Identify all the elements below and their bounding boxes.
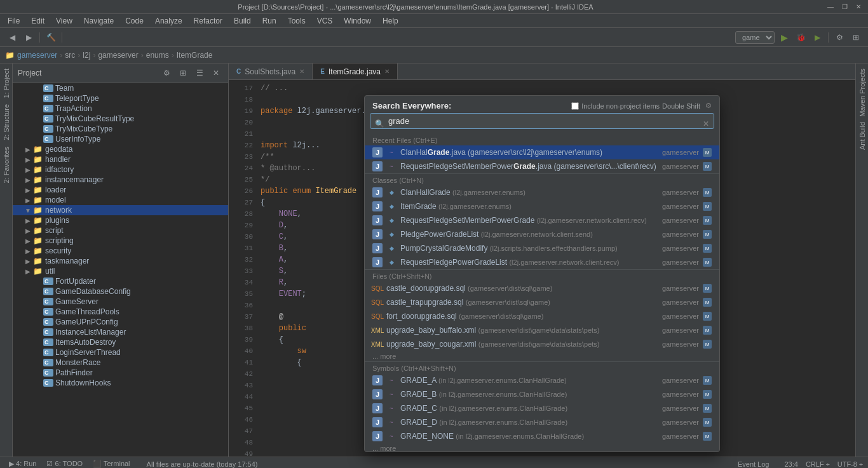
tab-soulshots-close[interactable]: ✕ xyxy=(299,68,304,75)
file-result-item[interactable]: SQL castle_trapupgrade.sql (gameserver\d… xyxy=(365,295,719,309)
symbol-result-item[interactable]: J ~ GRADE_A (in l2j.gameserver.enums.Cla… xyxy=(365,373,719,387)
menu-item-edit[interactable]: Edit xyxy=(26,15,50,27)
panel-structure[interactable]: 2: Structure xyxy=(1,102,11,143)
tab-itemgrade-close[interactable]: ✕ xyxy=(384,68,390,75)
breadcrumb-enums[interactable]: enums xyxy=(146,51,169,60)
file-result-item[interactable]: SQL fort_doorupgrade.sql (gameserver\dis… xyxy=(365,309,719,323)
sidebar-gear-button[interactable]: ☰ xyxy=(193,66,207,80)
tree-item[interactable]: C PathFinder xyxy=(13,368,228,378)
build-button[interactable]: 🔨 xyxy=(44,30,58,44)
menu-item-vcs[interactable]: VCS xyxy=(312,15,338,27)
tree-item[interactable]: C LoginServerThread xyxy=(13,347,228,358)
terminal-tab[interactable]: ⬛ Terminal xyxy=(89,458,133,468)
tree-item[interactable]: ▶ 📁 idfactory xyxy=(13,164,228,175)
tree-item[interactable]: ▶ 📁 handler xyxy=(13,154,228,164)
menu-item-tools[interactable]: Tools xyxy=(283,15,311,27)
tree-item[interactable]: C Team xyxy=(13,83,228,93)
include-nonproject-checkbox[interactable] xyxy=(571,102,579,110)
symbol-result-item[interactable]: J ~ GRADE_C (in l2j.gameserver.enums.Cla… xyxy=(365,401,719,415)
tree-item[interactable]: ▶ 📁 security xyxy=(13,246,228,256)
run-tab[interactable]: ▶ 4: Run xyxy=(5,458,40,468)
search-clear-icon[interactable]: ✕ xyxy=(703,119,709,128)
search-settings-icon[interactable]: ⚙ xyxy=(705,102,712,110)
forward-button[interactable]: ▶ xyxy=(22,30,36,44)
charset[interactable]: UTF-8 ÷ xyxy=(837,460,863,468)
menu-item-help[interactable]: Help xyxy=(377,15,403,27)
tree-item[interactable]: C MonsterRace xyxy=(13,358,228,368)
run-config-select[interactable]: game xyxy=(735,31,775,44)
search-input[interactable] xyxy=(370,113,714,129)
recent-file-item[interactable]: J ~ ClanHalGrade.java (gameserver\src\l2… xyxy=(365,145,719,159)
panel-favorites[interactable]: 2: Favorites xyxy=(1,144,11,185)
debug-button[interactable]: 🐞 xyxy=(794,30,808,44)
menu-item-build[interactable]: Build xyxy=(229,15,256,27)
panel-project[interactable]: 1: Project xyxy=(1,66,11,100)
back-button[interactable]: ◀ xyxy=(5,30,19,44)
tab-itemgrade[interactable]: E ItemGrade.java ✕ xyxy=(313,64,398,79)
tree-item[interactable]: ▶ 📁 model xyxy=(13,195,228,205)
class-result-item[interactable]: J ◆ ItemGrade (l2j.gameserver.enums) gam… xyxy=(365,199,719,213)
sidebar-expand-button[interactable]: ⊞ xyxy=(176,66,190,80)
menu-item-view[interactable]: View xyxy=(51,15,78,27)
tree-item[interactable]: C FortUpdater xyxy=(13,276,228,286)
breadcrumb-src[interactable]: src xyxy=(65,51,75,60)
tree-item[interactable]: C GameDatabaseConfig xyxy=(13,286,228,297)
sidebar-close-button[interactable]: ✕ xyxy=(209,66,223,80)
tree-item[interactable]: C GameServer xyxy=(13,297,228,307)
tree-item[interactable]: C GameUPnPConfig xyxy=(13,317,228,327)
tree-item[interactable]: C TryMixCubeType xyxy=(13,124,228,134)
breadcrumb-l2j[interactable]: l2j xyxy=(83,51,90,60)
menu-item-window[interactable]: Window xyxy=(339,15,376,27)
line-ending[interactable]: CRLF ÷ xyxy=(806,460,830,468)
recent-file-item[interactable]: J ~ RequestPledgeSetMemberPowerGrade.jav… xyxy=(365,159,719,173)
breadcrumb-gameserver[interactable]: gameserver xyxy=(98,51,138,60)
class-result-item[interactable]: J ◆ RequestPledgePowerGradeList (l2j.gam… xyxy=(365,255,719,269)
symbol-result-item[interactable]: J ~ GRADE_NONE (in l2j.gameserver.enums.… xyxy=(365,429,719,443)
menu-item-code[interactable]: Code xyxy=(120,15,149,27)
maximize-button[interactable]: ❐ xyxy=(840,3,849,11)
tree-item[interactable]: ▶ 📁 loader xyxy=(13,185,228,195)
class-result-item[interactable]: J ◆ RequestPledgeSetMemberPowerGrade (l2… xyxy=(365,213,719,227)
file-result-item[interactable]: XML upgrade_baby_cougar.xml (gameserver\… xyxy=(365,337,719,351)
more-symbols-link[interactable]: ... more xyxy=(365,443,719,451)
maven-panel[interactable]: Maven Projects xyxy=(858,66,866,119)
more-files-link[interactable]: ... more xyxy=(365,351,719,361)
file-result-item[interactable]: XML upgrade_baby_buffalo.xml (gameserver… xyxy=(365,323,719,337)
settings-button[interactable]: ⚙ xyxy=(832,30,846,44)
tree-item[interactable]: C ShutdownHooks xyxy=(13,378,228,388)
tree-item[interactable]: C TrapAction xyxy=(13,104,228,114)
file-result-item[interactable]: SQL castle_doorupgrade.sql (gameserver\d… xyxy=(365,281,719,295)
class-result-item[interactable]: J ◆ ClanHallGrade (l2j.gameserver.enums)… xyxy=(365,185,719,199)
sidebar-settings-button[interactable]: ⚙ xyxy=(159,66,173,80)
tree-item[interactable]: ▶ 📁 plugins xyxy=(13,215,228,225)
tree-item[interactable]: C ItemsAutoDestroy xyxy=(13,337,228,347)
menu-item-file[interactable]: File xyxy=(3,15,25,27)
tree-item[interactable]: ▶ 📁 scripting xyxy=(13,236,228,246)
tree-item[interactable]: C TeleportType xyxy=(13,93,228,104)
minimize-button[interactable]: — xyxy=(826,3,835,11)
close-button[interactable]: ✕ xyxy=(854,3,863,11)
menu-item-run[interactable]: Run xyxy=(257,15,281,27)
coverage-button[interactable]: ▶ xyxy=(810,30,824,44)
tree-item[interactable]: C InstanceListManager xyxy=(13,327,228,337)
tree-item[interactable]: ▶ 📁 script xyxy=(13,225,228,236)
tree-item[interactable]: ▶ 📁 geodata xyxy=(13,144,228,154)
tree-item[interactable]: ▼ 📁 network xyxy=(13,205,228,215)
menu-item-refactor[interactable]: Refactor xyxy=(189,15,227,27)
tree-item[interactable]: C UserInfoType xyxy=(13,134,228,144)
todo-tab[interactable]: ☑ 6: TODO xyxy=(43,458,86,468)
ant-panel[interactable]: Ant Build xyxy=(858,119,866,152)
event-log[interactable]: Event Log xyxy=(738,460,770,468)
menu-item-navigate[interactable]: Navigate xyxy=(79,15,119,27)
symbol-result-item[interactable]: J ~ GRADE_B (in l2j.gameserver.enums.Cla… xyxy=(365,387,719,401)
tree-item[interactable]: C GameThreadPools xyxy=(13,307,228,317)
class-result-item[interactable]: J ◆ PledgePowerGradeList (l2j.gameserver… xyxy=(365,227,719,241)
symbol-result-item[interactable]: J ~ GRADE_D (in l2j.gameserver.enums.Cla… xyxy=(365,415,719,429)
tree-item[interactable]: ▶ 📁 instancemanager xyxy=(13,175,228,185)
menu-item-analyze[interactable]: Analyze xyxy=(150,15,187,27)
tab-soulshots[interactable]: C SoulShots.java ✕ xyxy=(229,64,313,79)
breadcrumb-itemgrade[interactable]: ItemGrade xyxy=(177,51,213,60)
class-result-item[interactable]: J ◆ PumpCrystalGradeModify (l2j.scripts.… xyxy=(365,241,719,255)
breadcrumb-project[interactable]: 📁 gameserver xyxy=(5,51,57,60)
run-button[interactable]: ▶ xyxy=(777,30,791,44)
